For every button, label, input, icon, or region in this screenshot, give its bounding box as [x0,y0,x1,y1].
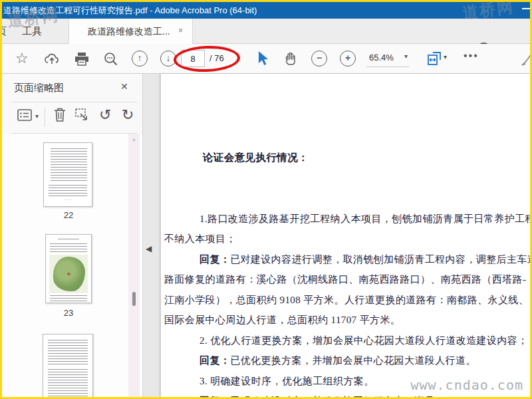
select-tool-icon[interactable] [255,50,269,67]
search-icon[interactable] [103,51,119,67]
hand-tool-icon[interactable] [283,51,299,66]
extract-page-icon[interactable] [74,107,90,123]
thumbnail-map-image [49,255,88,293]
tab-document-label: 政道路维修改造工... [88,26,170,38]
doc-line: 江南小学段），总面积约 9108 平方米。人行道更换的道路有：南都路、永义线、 [164,290,530,311]
page-up-icon[interactable]: ↑ [132,51,148,66]
doc-line: 国际会展中心周边人行道，总面积约 11707 平方米。 [164,310,530,331]
thumbnail-page-24[interactable] [43,334,93,399]
more-tools-icon[interactable]: ••• [464,50,479,62]
minimize-button[interactable] [522,8,531,9]
thumbnail-page-22[interactable]: ··· [43,142,92,207]
doc-line: 不纳入本项目； [164,229,530,249]
share-upload-icon[interactable] [44,52,60,66]
divider [45,108,45,126]
panel-toolbar: ▾ ↺ ↻ [2,102,142,132]
print-icon[interactable] [74,52,90,66]
title-bar: 道路维修改造工程可行性研究报告.pdf - Adobe Acrobat Pro … [2,2,530,19]
doc-line: 3. 明确建设时序，优化施工组织方案。 [164,371,530,392]
rotate-left-icon[interactable]: ↺ [99,106,111,123]
delete-page-icon[interactable] [53,107,67,123]
page-down-icon[interactable]: ↓ [160,51,176,66]
tab-home-partial[interactable]: 页 [2,25,11,38]
thumbnail-page-23[interactable] [45,234,92,303]
star-icon[interactable]: ☆ [15,51,29,66]
rotate-right-icon[interactable]: ↻ [122,106,134,123]
panel-header: 页面缩略图 ✕ [2,74,142,102]
zoom-level-value: 65.4% [369,53,394,63]
zoom-in-icon[interactable]: + [340,51,356,66]
pdf-page[interactable]: 论证会意见执行情况： 1.路口改造涉及路基开挖工程纳入本项目，刨铣加铺沥青属于日… [161,74,530,397]
doc-line: 2. 优化人行道更换方案，增加会展中心花园大道段人行道改造建设内容； [164,331,530,351]
tab-document[interactable]: 政道路维修改造工... × [68,19,193,44]
doc-line: 回复：已对建设内容进行调整，取消铣刨加铺沥青工程内容，调整后主车道 [164,249,530,270]
fit-width-icon[interactable] [426,51,442,66]
zoom-out-icon[interactable]: − [311,51,327,66]
window-title: 道路维修改造工程可行性研究报告.pdf - Adobe Acrobat Pro … [3,5,257,17]
scrollbar-thumb[interactable] [132,292,136,306]
close-panel-icon[interactable]: ✕ [120,81,128,92]
scroll-up-icon[interactable]: ▲ [128,136,140,142]
acrobat-window: 道路维修改造工程可行性研究报告.pdf - Adobe Acrobat Pro … [0,0,532,399]
thumbnail-options-icon[interactable] [17,108,33,122]
tab-close-icon[interactable]: × [178,26,183,35]
thumbnail-list: ··· 22 23 [2,134,142,397]
tab-tools[interactable]: 工具 [22,25,42,38]
chevron-down-icon: ▾ [404,53,408,60]
chevron-down-icon[interactable]: ▾ [444,53,447,61]
doc-line: 路面修复的道路有：溪心路（沈桐线路口、南苑西路路口）、南苑西路（西塔路- [164,269,530,290]
thumbnail-label: 22 [9,210,128,220]
thumbnails-panel: 页面缩略图 ✕ ▾ [2,74,143,397]
page-number-input[interactable] [181,50,205,67]
thumbnail-scrollbar[interactable]: ▲ [128,134,140,397]
chevron-down-icon[interactable]: ▾ [35,112,39,120]
main-toolbar: ☆ ↑ ↓ / 76 [2,44,530,74]
thumbnail-label: 23 [9,308,128,318]
pdf-page-content: 论证会意见执行情况： 1.路口改造涉及路基开挖工程纳入本项目，刨铣加铺沥青属于日… [164,107,530,397]
collapse-panel-icon[interactable]: ◀ [146,244,152,253]
thumb-ellipsis: ··· [44,198,92,202]
doc-line: 1.路口改造涉及路基开挖工程纳入本项目，刨铣加铺沥青属于日常养护工程， [164,209,530,229]
share-link-icon[interactable] [521,49,532,66]
doc-line: 回复：已优化更换方案，并增加会展中心花园大道段人行道。 [164,350,530,371]
page-total-label: / 76 [209,53,224,63]
zoom-level-dropdown[interactable]: 65.4% ▾ [366,51,409,67]
document-area: ◀ 论证会意见执行情况： 1.路口改造涉及路基开挖工程纳入本项目，刨铣加铺沥青属… [143,74,530,397]
panel-title: 页面缩略图 [14,82,64,94]
doc-lines: 1.路口改造涉及路基开挖工程纳入本项目，刨铣加铺沥青属于日常养护工程，不纳入本项… [164,209,530,398]
doc-heading: 论证会意见执行情况： [164,148,530,168]
doc-line: 回复：已明确建设时序，并优化施工组织方案，详见 P29。 [164,391,530,397]
tab-bar: 页 工具 政道路维修改造工... × ? [2,19,530,44]
